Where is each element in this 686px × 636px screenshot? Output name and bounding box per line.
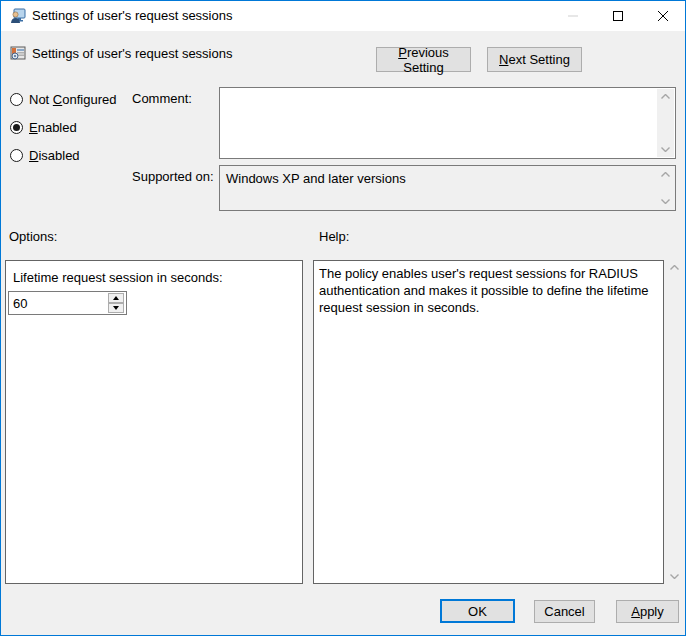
ok-button[interactable]: OK <box>440 599 515 623</box>
radio-circle-icon <box>10 121 23 134</box>
help-panel: The policy enables user's request sessio… <box>313 260 664 584</box>
group-policy-user-icon <box>10 8 26 24</box>
setting-title: Settings of user's request sessions <box>32 46 232 62</box>
spinner-down-button[interactable] <box>108 303 124 313</box>
supported-on-label: Supported on: <box>132 169 214 184</box>
comment-scrollbar[interactable] <box>657 89 674 157</box>
supported-on-box: Windows XP and later versions <box>219 165 676 211</box>
apply-button[interactable]: Apply <box>616 600 679 623</box>
radio-disabled[interactable]: Disabled <box>10 147 80 163</box>
lifetime-spinbox <box>8 291 127 315</box>
radio-not-configured-label: Not Configured <box>29 92 116 107</box>
supported-scrollbar <box>657 167 674 209</box>
window-controls <box>550 1 685 31</box>
radio-enabled-label: Enabled <box>29 120 77 135</box>
radio-enabled[interactable]: Enabled <box>10 119 77 135</box>
lifetime-field-label: Lifetime request session in seconds: <box>13 270 223 285</box>
cancel-button[interactable]: Cancel <box>534 600 595 623</box>
maximize-icon <box>613 11 623 21</box>
lifetime-spinner <box>108 293 124 313</box>
previous-setting-rest: revious Setting <box>403 45 449 75</box>
radio-disabled-label: Disabled <box>29 148 80 163</box>
scroll-up-icon[interactable] <box>657 89 674 104</box>
apply-rest: pply <box>640 604 664 619</box>
minimize-icon <box>568 11 578 21</box>
options-panel: Lifetime request session in seconds: <box>5 260 303 584</box>
radio-circle-icon <box>10 149 23 162</box>
policy-setting-icon <box>10 45 26 61</box>
scroll-down-icon[interactable] <box>657 142 674 157</box>
help-section-label: Help: <box>319 229 349 244</box>
comment-input[interactable] <box>220 88 658 158</box>
comment-box <box>219 87 676 159</box>
lifetime-input[interactable] <box>9 292 107 314</box>
maximize-button[interactable] <box>595 1 640 31</box>
titlebar: Settings of user's request sessions <box>1 1 685 31</box>
minimize-button <box>550 1 595 31</box>
supported-on-value: Windows XP and later versions <box>226 171 651 186</box>
radio-not-configured[interactable]: Not Configured <box>10 91 116 107</box>
previous-setting-button[interactable]: Previous Setting <box>376 47 471 72</box>
previous-setting-key: P <box>398 45 407 60</box>
window-title: Settings of user's request sessions <box>32 1 232 31</box>
help-text: The policy enables user's request sessio… <box>319 265 658 316</box>
scroll-down-icon[interactable] <box>666 569 683 584</box>
apply-key: A <box>631 604 640 619</box>
close-button[interactable] <box>640 1 685 31</box>
triangle-up-icon <box>113 296 119 300</box>
close-icon <box>658 11 668 21</box>
next-setting-button[interactable]: Next Setting <box>487 47 582 72</box>
radio-circle-icon <box>10 93 23 106</box>
scroll-up-icon <box>657 167 674 182</box>
policy-setting-dialog: Settings of user's request sessions Sett… <box>0 0 686 636</box>
help-scrollbar[interactable] <box>666 260 682 584</box>
options-section-label: Options: <box>9 229 57 244</box>
comment-label: Comment: <box>132 91 192 106</box>
scroll-up-icon[interactable] <box>666 260 683 275</box>
next-setting-rest: ext Setting <box>508 52 569 67</box>
scroll-down-icon <box>657 194 674 209</box>
spinner-up-button[interactable] <box>108 293 124 303</box>
triangle-down-icon <box>113 306 119 310</box>
